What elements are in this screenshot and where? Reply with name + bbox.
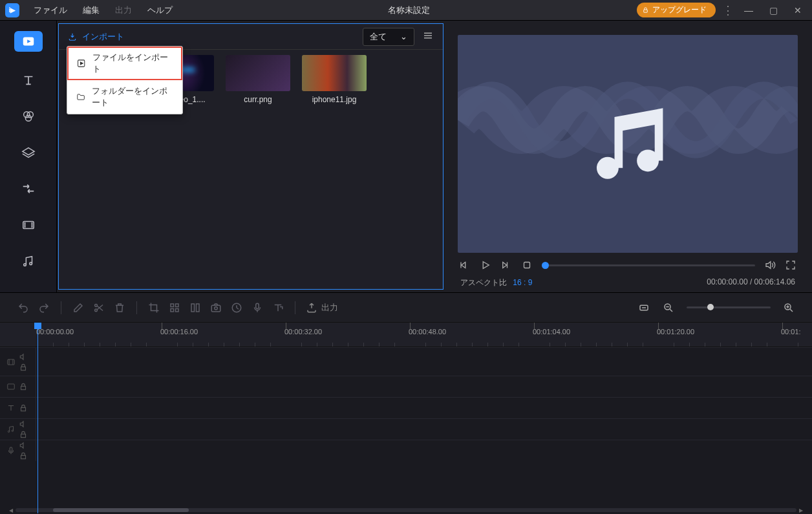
- seek-bar[interactable]: [542, 264, 755, 266]
- text-tool-button[interactable]: [272, 301, 284, 314]
- volume-icon: [19, 420, 28, 429]
- media-item[interactable]: curr.png: [226, 55, 290, 104]
- aspect-label: アスペクト比 16 : 9: [460, 277, 532, 288]
- svg-rect-52: [8, 384, 15, 389]
- crop-button[interactable]: [147, 301, 160, 314]
- svg-rect-34: [171, 304, 174, 307]
- media-filter-dropdown[interactable]: 全て ⌄: [363, 28, 414, 46]
- svg-point-41: [215, 306, 218, 310]
- freeze-button[interactable]: [189, 301, 202, 314]
- export-button[interactable]: 出力: [306, 301, 338, 314]
- svg-rect-38: [191, 304, 195, 312]
- track-video-main[interactable]: [0, 347, 812, 376]
- film-icon: [6, 358, 16, 367]
- svg-rect-53: [21, 386, 26, 389]
- title-bar: i▶ ファイル 編集 出力 ヘルプ 名称未設定 アップグレード ⋮ — ▢ ✕: [0, 0, 812, 21]
- split-button[interactable]: [92, 301, 105, 314]
- stop-button[interactable]: [521, 259, 533, 271]
- import-file-option[interactable]: ファイルをインポート: [67, 47, 182, 80]
- speed-button[interactable]: [230, 301, 243, 314]
- svg-point-5: [25, 115, 31, 121]
- left-rail: [0, 21, 57, 292]
- svg-rect-40: [211, 305, 220, 312]
- rail-overlay[interactable]: [10, 137, 47, 168]
- track-video-overlay[interactable]: [0, 376, 812, 397]
- aspect-ratio-value[interactable]: 16 : 9: [513, 278, 532, 287]
- menu-edit[interactable]: 編集: [75, 5, 107, 16]
- lock-icon: [19, 451, 28, 460]
- lock-icon: [19, 430, 28, 439]
- music-note-icon: [586, 102, 670, 186]
- menu-help[interactable]: ヘルプ: [140, 5, 180, 16]
- menu-export: 出力: [107, 5, 140, 16]
- rail-elements[interactable]: [10, 209, 47, 241]
- snapshot-button[interactable]: [209, 301, 222, 314]
- minimize-button[interactable]: —: [740, 5, 758, 16]
- redo-button[interactable]: [37, 301, 50, 314]
- svg-point-15: [29, 262, 32, 265]
- fullscreen-button[interactable]: [785, 259, 796, 271]
- svg-marker-50: [20, 354, 23, 359]
- rail-transition[interactable]: [10, 173, 47, 204]
- timeline-area: 出力 00:00:00.0000:00:16.0000:00:32.0000:0…: [0, 292, 812, 514]
- scroll-right-icon[interactable]: ▶: [796, 508, 806, 513]
- svg-point-9: [24, 224, 25, 225]
- menu-file[interactable]: ファイル: [26, 5, 75, 16]
- media-item-label: curr.png: [226, 95, 290, 104]
- svg-marker-22: [80, 62, 83, 65]
- volume-button[interactable]: [764, 259, 776, 271]
- svg-rect-59: [10, 447, 12, 451]
- rail-audio[interactable]: [10, 246, 47, 277]
- mosaic-button[interactable]: [168, 301, 181, 314]
- view-toggle-button[interactable]: [422, 30, 434, 43]
- zoom-out-button[interactable]: [662, 301, 675, 314]
- svg-marker-27: [483, 262, 489, 269]
- rail-media[interactable]: [14, 31, 43, 52]
- timeline-scrollbar[interactable]: ◀ ▶: [0, 506, 812, 514]
- svg-marker-28: [503, 262, 507, 268]
- film-icon: [6, 382, 16, 391]
- svg-point-55: [8, 431, 9, 432]
- scrollbar-thumb[interactable]: [53, 508, 189, 512]
- rail-filters[interactable]: [10, 101, 47, 132]
- seek-handle[interactable]: [542, 262, 549, 269]
- chevron-down-icon: ⌄: [400, 32, 407, 41]
- volume-icon: [19, 352, 28, 361]
- close-button[interactable]: ✕: [789, 5, 807, 16]
- fit-button[interactable]: [637, 301, 650, 314]
- timeline-ruler[interactable]: 00:00:00.0000:00:16.0000:00:32.0000:00:4…: [0, 323, 812, 347]
- lock-icon: [19, 363, 28, 372]
- prev-frame-button[interactable]: [459, 259, 471, 271]
- svg-point-13: [31, 226, 32, 227]
- zoom-slider[interactable]: [687, 306, 771, 308]
- media-item[interactable]: iphone11.jpg: [302, 55, 367, 104]
- svg-rect-0: [644, 10, 648, 12]
- play-button[interactable]: [480, 259, 491, 271]
- import-button[interactable]: インポート: [68, 31, 124, 43]
- edit-button[interactable]: [72, 301, 85, 314]
- voiceover-button[interactable]: [251, 301, 264, 314]
- svg-rect-51: [21, 367, 26, 370]
- upgrade-button[interactable]: アップグレード: [637, 3, 716, 17]
- zoom-in-button[interactable]: [782, 301, 795, 314]
- text-icon: [6, 403, 16, 412]
- lock-icon: [19, 382, 28, 391]
- svg-rect-54: [21, 407, 26, 411]
- import-folder-option[interactable]: フォルダーをインポート: [67, 80, 182, 114]
- track-voiceover[interactable]: [0, 440, 812, 461]
- file-play-icon: [76, 58, 86, 69]
- undo-button[interactable]: [17, 301, 30, 314]
- more-icon[interactable]: ⋮: [722, 3, 733, 17]
- track-audio[interactable]: [0, 418, 812, 440]
- maximize-button[interactable]: ▢: [764, 5, 782, 16]
- rail-text[interactable]: [10, 65, 47, 96]
- track-text[interactable]: [0, 397, 812, 418]
- next-frame-button[interactable]: [500, 259, 512, 271]
- folder-icon: [76, 92, 85, 102]
- scroll-left-icon[interactable]: ◀: [6, 508, 16, 513]
- svg-rect-36: [171, 308, 174, 312]
- mic-icon: [6, 446, 16, 455]
- svg-point-12: [31, 224, 32, 225]
- delete-button[interactable]: [113, 301, 126, 314]
- playhead[interactable]: [37, 323, 38, 513]
